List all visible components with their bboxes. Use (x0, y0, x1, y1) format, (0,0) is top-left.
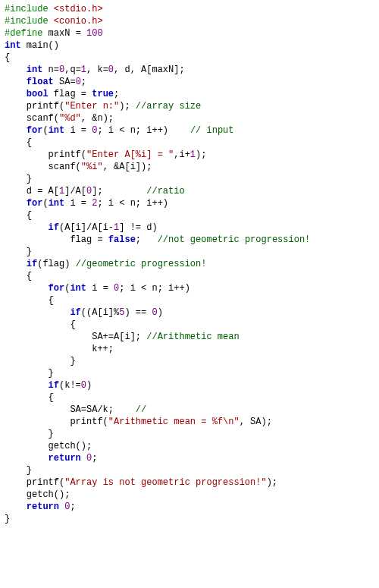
tok-text (81, 453, 86, 464)
tok-string: "Enter n:" (64, 101, 119, 112)
tok-number: 0 (81, 380, 86, 391)
line-6: int n=0,q=1, k=0, d, A[maxN]; (5, 64, 185, 75)
line-42: return 0; (5, 502, 76, 512)
tok-keyword: int (27, 64, 43, 75)
tok-text: , &A[i]); (103, 162, 152, 172)
tok-text: , &n); (81, 113, 114, 124)
tok-text: ( (42, 125, 48, 136)
tok-comment: // (136, 404, 146, 415)
tok-text: ,q= (64, 64, 81, 75)
tok-text: main() (21, 40, 59, 51)
tok-comment: //ratio (146, 186, 184, 197)
tok-text: d = A[ (5, 186, 59, 197)
tok-text: i = (86, 283, 114, 294)
line-37: getch(); (5, 441, 92, 451)
tok-header: <conio.h> (49, 16, 103, 27)
tok-text: printf( (5, 477, 64, 488)
line-7: float SA=0; (5, 77, 86, 87)
line-39: } (5, 465, 32, 476)
tok-text: SA+=A[i]; (5, 332, 146, 342)
tok-text: ; (81, 77, 86, 87)
line-36: } (5, 429, 54, 439)
tok-text: i = (64, 125, 92, 136)
tok-keyword: int (5, 40, 21, 51)
tok-directive: #define (5, 28, 42, 39)
tok-keyword: bool (27, 89, 49, 99)
code-block: #include <stdio.h> #include <conio.h> #d… (0, 0, 379, 528)
tok-number: 1 (81, 64, 86, 75)
tok-number: 0 (76, 77, 81, 87)
tok-comment: //geometric progression! (76, 259, 207, 269)
line-38: return 0; (5, 453, 97, 464)
line-32: if(k!=0) (5, 380, 92, 391)
tok-text: ; i < n; i++) (97, 125, 190, 136)
tok-text: ); (267, 477, 277, 488)
line-12: { (5, 137, 32, 148)
tok-text (5, 125, 27, 136)
tok-text: printf( (5, 101, 64, 112)
tok-keyword: if (27, 259, 37, 269)
tok-text: ; (114, 89, 119, 99)
tok-string: "Arithmetic mean = %f\n" (108, 417, 240, 427)
tok-directive: #include (5, 16, 49, 27)
tok-text: n= (42, 64, 59, 75)
tok-text: ; (70, 502, 75, 512)
tok-text: , SA); (240, 417, 272, 427)
line-29: k++; (5, 344, 114, 354)
tok-text (5, 259, 27, 269)
tok-text: ( (42, 198, 48, 209)
line-31: } (5, 368, 54, 379)
tok-keyword: return (49, 453, 81, 464)
tok-text: ); (119, 101, 136, 112)
tok-comment: //not geometric progression! (158, 234, 311, 245)
tok-text: SA=SA/k; (5, 404, 136, 415)
line-26: if((A[i]%5) == 0) (5, 307, 163, 318)
tok-text (5, 502, 27, 512)
line-19: if(A[i]/A[i-1] != d) (5, 222, 158, 233)
line-23: { (5, 271, 32, 281)
line-5: { (5, 52, 10, 63)
tok-string: "%d" (59, 113, 81, 124)
tok-text: (A[i]/A[i- (59, 222, 114, 233)
tok-keyword: for (49, 283, 65, 294)
tok-text (5, 89, 27, 99)
tok-text: ; (92, 453, 97, 464)
tok-keyword: for (27, 125, 43, 136)
tok-text: ((A[i]% (81, 307, 119, 318)
tok-text: SA= (54, 77, 76, 87)
tok-text: ) (158, 307, 163, 318)
tok-text: (k!= (59, 380, 81, 391)
tok-text: scanf( (5, 113, 59, 124)
tok-text: scanf( (5, 162, 81, 172)
line-40: printf("Array is not geometric progressi… (5, 477, 277, 488)
line-18: { (5, 210, 32, 221)
tok-text: i = (64, 198, 92, 209)
line-41: getch(); (5, 489, 70, 500)
tok-text: , d, A[maxN]; (114, 64, 185, 75)
tok-directive: #include (5, 4, 49, 14)
tok-text: flag = (49, 89, 92, 99)
tok-text (5, 198, 27, 209)
tok-text (5, 307, 70, 318)
tok-comment: //array size (136, 101, 201, 112)
tok-text: ); (196, 149, 206, 160)
tok-number: 1 (190, 149, 196, 160)
tok-number: 0 (108, 64, 114, 75)
tok-text (5, 453, 49, 464)
tok-text (5, 77, 27, 87)
tok-text: ) (86, 380, 92, 391)
tok-string: "%i" (81, 162, 103, 172)
tok-number: 0 (152, 307, 157, 318)
line-30: } (5, 356, 76, 366)
tok-text: ] != d) (119, 222, 157, 233)
tok-text: , k= (86, 64, 108, 75)
line-22: if(flag) //geometric progression! (5, 259, 206, 269)
tok-text: ,i+ (174, 149, 190, 160)
line-27: { (5, 319, 76, 330)
tok-keyword: if (70, 307, 80, 318)
line-1: #include <stdio.h> (5, 4, 103, 14)
tok-text: flag = (5, 234, 108, 245)
line-4: int main() (5, 40, 59, 51)
tok-text: printf( (5, 149, 86, 160)
line-16: d = A[1]/A[0]; //ratio (5, 186, 185, 197)
